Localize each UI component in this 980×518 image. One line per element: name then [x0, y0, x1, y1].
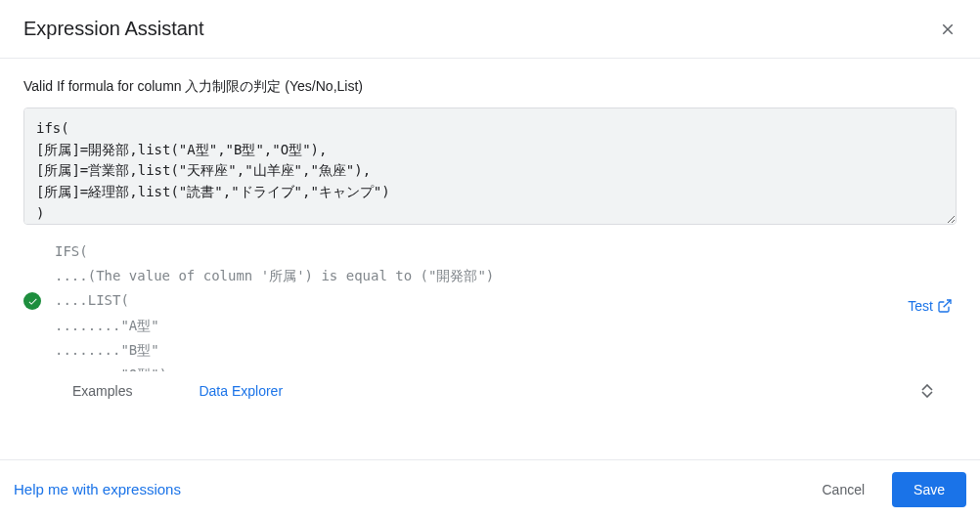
test-button[interactable]: Test: [908, 239, 957, 314]
dialog-title: Expression Assistant: [23, 18, 204, 40]
test-label: Test: [908, 298, 933, 314]
help-link[interactable]: Help me with expressions: [14, 481, 181, 497]
tab-examples[interactable]: Examples: [72, 377, 132, 405]
formula-input[interactable]: [23, 108, 957, 225]
cancel-button[interactable]: Cancel: [814, 474, 872, 505]
result-output: IFS( ....(The value of column '所属') is e…: [55, 239, 894, 371]
checkmark-icon: [23, 292, 41, 310]
formula-label: Valid If formula for column 入力制限の判定 (Yes…: [23, 78, 957, 96]
tabs-bar: Examples Data Explorer: [23, 377, 957, 405]
save-button[interactable]: Save: [892, 472, 966, 507]
dialog-footer: Help me with expressions Cancel Save: [0, 459, 980, 518]
dialog-content: Valid If formula for column 入力制限の判定 (Yes…: [0, 59, 980, 405]
footer-actions: Cancel Save: [814, 472, 966, 507]
tab-data-explorer[interactable]: Data Explorer: [199, 377, 283, 405]
unfold-icon[interactable]: [921, 384, 933, 398]
external-link-icon: [937, 298, 953, 314]
svg-line-0: [944, 300, 951, 307]
result-area: IFS( ....(The value of column '所属') is e…: [23, 239, 957, 371]
close-icon[interactable]: [939, 21, 957, 38]
status-indicator: [23, 239, 41, 310]
dialog-header: Expression Assistant: [0, 0, 980, 59]
